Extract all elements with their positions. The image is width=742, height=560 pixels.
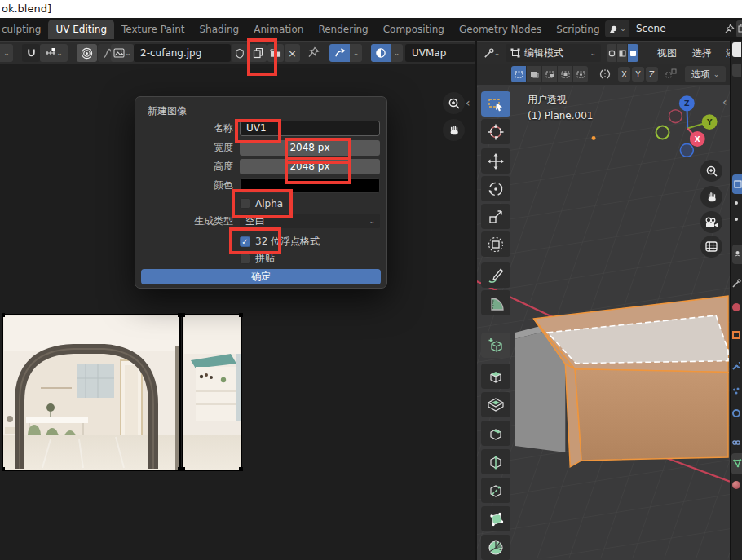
props-tab-physics[interactable] — [732, 409, 740, 417]
scene-name-field[interactable]: Scene — [629, 20, 738, 37]
loop-cut-icon — [487, 453, 505, 471]
viewport-camera-button[interactable] — [700, 211, 722, 233]
uv-falloff-dropdown[interactable]: ⌄ — [391, 44, 403, 62]
mirror-y-toggle[interactable]: Y — [632, 67, 644, 82]
select-box-subtract-mode[interactable] — [542, 66, 557, 82]
proportional-edit-toggle[interactable] — [77, 44, 97, 62]
select-box-set-mode[interactable] — [511, 66, 526, 82]
open-image-button[interactable] — [267, 44, 284, 62]
uv-collapse-arrow[interactable]: ‹ — [466, 97, 470, 108]
menu-view[interactable]: 视图 — [657, 46, 677, 60]
pan-button[interactable] — [443, 119, 465, 141]
viewport-ortho-button[interactable] — [700, 236, 722, 258]
select-box-intersect-mode[interactable] — [573, 66, 588, 82]
tool-header-dropdown[interactable]: ⌄ — [480, 44, 503, 62]
pin-icon[interactable] — [724, 24, 735, 34]
scene-browse-button[interactable]: ⌄ — [605, 20, 629, 37]
uv-snap-toggle[interactable] — [329, 44, 350, 62]
tab-geometry-nodes[interactable]: Geometry Nodes — [452, 20, 549, 39]
snap-toggle-button[interactable] — [22, 44, 40, 62]
tab-shading[interactable]: Shading — [192, 20, 246, 39]
tool-move-button[interactable] — [481, 148, 510, 174]
props-tab-active-tool[interactable] — [732, 174, 742, 194]
height-slider[interactable]: 2048 px — [240, 159, 380, 174]
width-slider[interactable]: 2048 px — [240, 140, 380, 156]
uv-snap-dropdown[interactable]: ⌄ — [350, 44, 362, 62]
tool-inset-button[interactable] — [481, 392, 510, 417]
tool-annotate-button[interactable] — [481, 262, 510, 288]
tool-measure-button[interactable] — [481, 290, 510, 315]
generated-type-dropdown[interactable]: 空白 ⌄ — [240, 214, 380, 228]
name-input[interactable]: UV1 — [240, 121, 380, 136]
image-browse-dropdown[interactable]: ⌄ — [111, 44, 134, 62]
props-tab-particles[interactable] — [732, 383, 740, 391]
tool-loop-cut-button[interactable] — [481, 449, 510, 474]
viewport-pan-button[interactable] — [700, 186, 722, 208]
alpha-checkbox[interactable] — [240, 198, 250, 209]
uv-falloff-toggle[interactable] — [371, 44, 391, 62]
tool-rotate-button[interactable] — [481, 176, 510, 201]
uv-editor-canvas[interactable]: ‹ 新建图像 名称 UV1 宽度 2048 px 高度 2048 px 颜色 — [0, 64, 475, 560]
tool-extrude-button[interactable] — [481, 364, 510, 389]
select-mode-edge[interactable] — [617, 44, 627, 62]
viewport-zoom-button[interactable] — [700, 160, 722, 182]
pin-icon[interactable] — [307, 46, 320, 59]
axis-x-label: X — [621, 70, 627, 79]
fake-user-button[interactable] — [232, 44, 248, 62]
gizmo-neg-y[interactable] — [656, 126, 669, 139]
viewport-3d[interactable]: Z Y X 用户透视 (1) Plane.001 ‹ — [477, 85, 730, 560]
ok-button[interactable]: 确定 — [141, 269, 381, 284]
new-scene-button[interactable] — [736, 20, 742, 37]
float-checkbox[interactable]: ✓ — [240, 236, 250, 247]
gizmo-neg-x[interactable] — [669, 110, 682, 123]
tool-add-cube-button[interactable] — [481, 333, 510, 358]
tab-compositing[interactable]: Compositing — [376, 20, 452, 39]
color-swatch[interactable] — [240, 178, 380, 193]
tool-bevel-button[interactable] — [481, 421, 510, 446]
tool-transform-button[interactable] — [481, 231, 510, 257]
tool-scale-button[interactable] — [481, 204, 510, 229]
props-tab-tool[interactable] — [732, 276, 741, 284]
tiled-checkbox[interactable] — [240, 254, 250, 264]
select-box-invert-mode[interactable] — [558, 66, 572, 82]
props-button-fragment[interactable] — [732, 64, 741, 77]
tool-select-box-button[interactable] — [481, 91, 510, 117]
props-tab-world[interactable] — [732, 303, 740, 311]
tab-uv-editing[interactable]: UV Editing — [48, 20, 114, 39]
workspace-tabbar: culpting UV Editing Texture Paint Shadin… — [0, 18, 742, 41]
image-name-field[interactable]: 2-cufang.jpg — [134, 44, 231, 62]
tab-scripting[interactable]: Scripting — [549, 20, 607, 39]
snap-base-icon[interactable] — [665, 68, 677, 79]
unlink-image-button[interactable]: × — [285, 44, 300, 62]
mirror-x-toggle[interactable]: X — [618, 67, 630, 82]
tab-animation[interactable]: Animation — [246, 20, 311, 39]
tool-cursor-button[interactable] — [481, 119, 510, 144]
viewport-collapse-arrow[interactable]: ‹ — [722, 96, 727, 108]
menu-select[interactable]: 选择 — [692, 46, 712, 60]
tab-texture-paint[interactable]: Texture Paint — [114, 20, 192, 39]
move-icon — [487, 152, 505, 170]
props-tab-data-active[interactable] — [731, 453, 742, 474]
tool-spin-button[interactable] — [481, 535, 510, 560]
gizmo-neg-z[interactable] — [680, 143, 693, 157]
uv-map-field[interactable]: UVMap — [405, 44, 475, 62]
select-box-extend-mode[interactable] — [527, 66, 541, 82]
select-mode-face[interactable] — [628, 44, 638, 62]
tab-rendering[interactable]: Rendering — [311, 20, 375, 39]
props-tab-object[interactable] — [732, 331, 740, 339]
props-tab-constraints[interactable] — [732, 434, 740, 443]
props-tab-material[interactable] — [732, 481, 740, 489]
mirror-z-toggle[interactable]: Z — [646, 67, 658, 82]
snap-mode-dropdown[interactable]: ⌄ — [40, 44, 68, 62]
new-image-button[interactable] — [249, 44, 267, 62]
tool-knife-button[interactable] — [481, 478, 510, 503]
tool-poly-build-button[interactable] — [481, 506, 510, 531]
tool-options-dropdown[interactable]: 选项 ⌄ — [685, 66, 726, 82]
props-tab-modifiers[interactable] — [732, 358, 740, 366]
props-editor-type-button[interactable] — [732, 245, 742, 264]
tool-fallback-dropdown[interactable]: ⌄ — [0, 44, 13, 62]
zoom-button[interactable] — [443, 92, 465, 114]
mode-dropdown[interactable]: 编辑模式 ⌄ — [506, 44, 601, 62]
select-mode-vertex[interactable] — [607, 44, 616, 62]
tab-sculpting[interactable]: culpting — [0, 20, 48, 39]
